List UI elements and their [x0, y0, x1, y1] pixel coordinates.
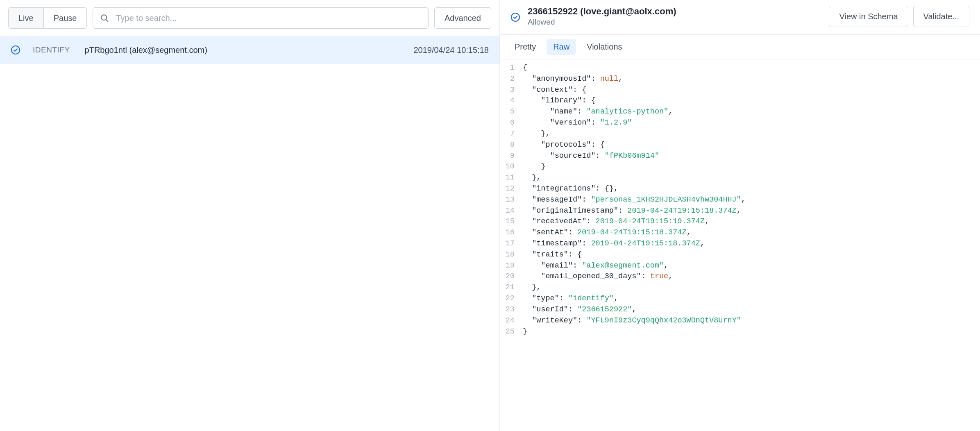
code-line: 20 "email_opened_30_days": true, — [500, 271, 980, 282]
line-content: "context": { — [523, 85, 586, 96]
event-title: pTRbgo1ntl (alex@segment.com) — [85, 45, 402, 55]
events-toolbar: Live Pause Advanced — [0, 0, 499, 36]
tab-violations[interactable]: Violations — [580, 39, 628, 55]
line-content: "type": "identify", — [523, 293, 618, 304]
validate-button[interactable]: Validate... — [913, 6, 969, 27]
code-line: 25} — [500, 327, 980, 338]
line-content: "messageId": "personas_1KHS2HJDLASH4vhw3… — [523, 195, 746, 206]
line-content: "anonymousId": null, — [523, 74, 623, 85]
code-line: 19 "email": "alex@segment.com", — [500, 261, 980, 272]
search-input[interactable] — [93, 7, 429, 29]
code-line: 1{ — [500, 63, 980, 74]
live-pause-toggle: Live Pause — [8, 7, 87, 29]
advanced-button[interactable]: Advanced — [434, 7, 491, 29]
line-content: "traits": { — [523, 250, 582, 261]
line-content: }, — [523, 282, 541, 293]
line-number: 1 — [500, 63, 523, 74]
code-line: 2 "anonymousId": null, — [500, 74, 980, 85]
line-content: "version": "1.2.9" — [523, 118, 632, 129]
code-line: 9 "sourceId": "fPKb06m914" — [500, 151, 980, 162]
line-number: 2 — [500, 74, 523, 85]
line-content: "writeKey": "YFL9nI9z3Cyq9qQhx42o3WDnQtV… — [523, 315, 741, 327]
live-button[interactable]: Live — [8, 7, 44, 29]
line-number: 18 — [500, 250, 523, 261]
code-line: 24 "writeKey": "YFL9nI9z3Cyq9qQhx42o3WDn… — [500, 315, 980, 327]
line-content: "email": "alex@segment.com", — [523, 261, 668, 272]
line-content: "email_opened_30_days": true, — [523, 271, 673, 282]
line-content: "integrations": {}, — [523, 184, 618, 195]
code-line: 3 "context": { — [500, 85, 980, 96]
line-content: "sentAt": 2019-04-24T19:15:18.374Z, — [523, 227, 691, 238]
line-content: }, — [523, 172, 541, 184]
code-line: 12 "integrations": {}, — [500, 184, 980, 195]
view-in-schema-button[interactable]: View in Schema — [829, 6, 908, 27]
line-content: "receivedAt": 2019-04-24T19:15:19.374Z, — [523, 216, 709, 227]
code-line: 8 "protocols": { — [500, 140, 980, 151]
detail-header: 2366152922 (love.giant@aolx.com) Allowed… — [500, 0, 980, 35]
code-line: 21 }, — [500, 282, 980, 293]
event-timestamp: 2019/04/24 10:15:18 — [413, 45, 489, 55]
detail-tabs: Pretty Raw Violations — [500, 35, 980, 59]
line-number: 16 — [500, 227, 523, 238]
line-content: { — [523, 63, 527, 74]
code-line: 22 "type": "identify", — [500, 293, 980, 304]
line-number: 20 — [500, 271, 523, 282]
line-number: 14 — [500, 206, 523, 217]
line-content: } — [523, 327, 527, 338]
line-number: 22 — [500, 293, 523, 304]
raw-json-viewer[interactable]: 1{2 "anonymousId": null,3 "context": {4 … — [500, 59, 980, 431]
line-number: 11 — [500, 172, 523, 184]
line-content: "library": { — [523, 95, 596, 107]
code-line: 4 "library": { — [500, 95, 980, 107]
detail-panel: 2366152922 (love.giant@aolx.com) Allowed… — [500, 0, 980, 431]
code-line: 13 "messageId": "personas_1KHS2HJDLASH4v… — [500, 195, 980, 206]
line-number: 21 — [500, 282, 523, 293]
line-content: "timestamp": 2019-04-24T19:15:18.374Z, — [523, 238, 705, 250]
line-content: "name": "analytics-python", — [523, 107, 673, 118]
code-line: 7 }, — [500, 129, 980, 140]
line-number: 6 — [500, 118, 523, 129]
code-line: 16 "sentAt": 2019-04-24T19:15:18.374Z, — [500, 227, 980, 238]
line-content: "originalTimestamp": 2019-04-24T19:15:18… — [523, 206, 741, 217]
line-content: "sourceId": "fPKb06m914" — [523, 151, 659, 162]
detail-title: 2366152922 (love.giant@aolx.com) — [528, 6, 822, 17]
code-line: 5 "name": "analytics-python", — [500, 107, 980, 118]
line-number: 12 — [500, 184, 523, 195]
check-circle-icon — [510, 12, 520, 22]
detail-titles: 2366152922 (love.giant@aolx.com) Allowed — [528, 6, 822, 27]
line-number: 9 — [500, 151, 523, 162]
code-line: 10 } — [500, 161, 980, 172]
line-content: "protocols": { — [523, 140, 605, 151]
line-number: 17 — [500, 238, 523, 250]
line-number: 3 — [500, 85, 523, 96]
line-number: 4 — [500, 95, 523, 107]
search-icon — [100, 14, 109, 23]
code-line: 17 "timestamp": 2019-04-24T19:15:18.374Z… — [500, 238, 980, 250]
code-line: 23 "userId": "2366152922", — [500, 304, 980, 315]
line-number: 23 — [500, 304, 523, 315]
line-number: 13 — [500, 195, 523, 206]
line-number: 24 — [500, 315, 523, 327]
tab-pretty[interactable]: Pretty — [508, 39, 542, 55]
search-wrap — [93, 7, 429, 29]
line-content: } — [523, 161, 546, 172]
line-number: 15 — [500, 216, 523, 227]
line-number: 10 — [500, 161, 523, 172]
code-line: 14 "originalTimestamp": 2019-04-24T19:15… — [500, 206, 980, 217]
check-circle-icon — [11, 45, 20, 55]
pause-button[interactable]: Pause — [44, 7, 87, 29]
line-number: 8 — [500, 140, 523, 151]
code-line: 18 "traits": { — [500, 250, 980, 261]
line-content: }, — [523, 129, 550, 140]
events-panel: Live Pause Advanced — [0, 0, 500, 431]
line-number: 25 — [500, 327, 523, 338]
tab-raw[interactable]: Raw — [547, 39, 576, 55]
code-line: 6 "version": "1.2.9" — [500, 118, 980, 129]
event-row[interactable]: IDENTIFY pTRbgo1ntl (alex@segment.com) 2… — [0, 36, 499, 64]
code-line: 11 }, — [500, 172, 980, 184]
detail-subtitle: Allowed — [528, 18, 822, 27]
svg-line-1 — [106, 20, 108, 22]
code-line: 15 "receivedAt": 2019-04-24T19:15:19.374… — [500, 216, 980, 227]
app-root: Live Pause Advanced — [0, 0, 980, 431]
line-number: 19 — [500, 261, 523, 272]
